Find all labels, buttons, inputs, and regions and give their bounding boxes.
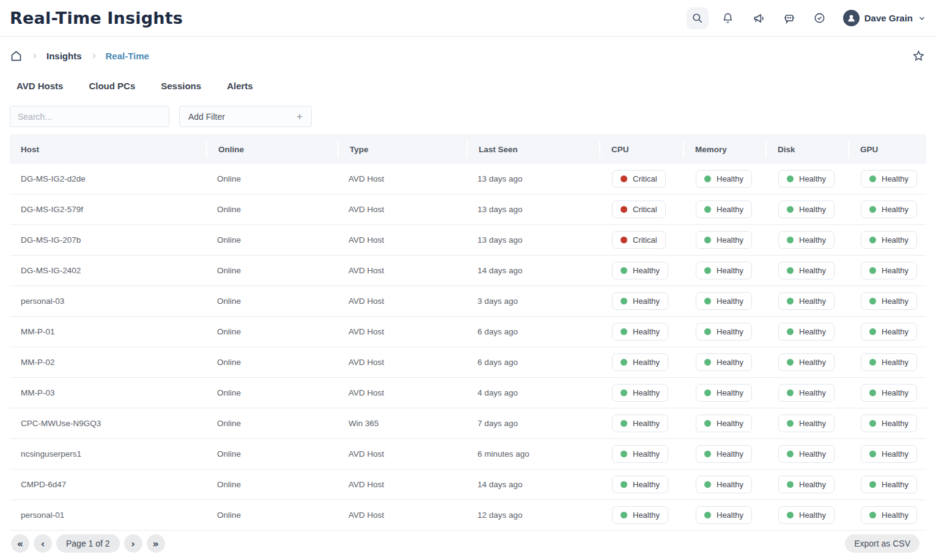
status-label: Healthy: [799, 358, 826, 367]
tab-avd-hosts[interactable]: AVD Hosts: [17, 81, 63, 91]
column-header-memory[interactable]: Memory: [683, 141, 765, 158]
status-badge: Healthy: [696, 414, 752, 432]
cell-disk: Healthy: [765, 231, 848, 249]
status-label: Healthy: [717, 266, 743, 275]
bell-icon[interactable]: [717, 7, 739, 29]
status-badge: Healthy: [861, 353, 917, 371]
toolbar: Add Filter +: [0, 106, 936, 127]
cell-disk: Healthy: [765, 353, 848, 371]
status-dot-icon: [787, 420, 794, 427]
check-circle-icon[interactable]: [809, 7, 831, 29]
status-badge: Healthy: [861, 384, 917, 402]
status-badge: Healthy: [778, 445, 835, 463]
cell-cpu: Healthy: [599, 323, 683, 341]
column-header-host[interactable]: Host: [10, 141, 206, 158]
table-row[interactable]: CMPD-6d47OnlineAVD Host14 days agoHealth…: [10, 470, 926, 500]
cell-online: Online: [206, 358, 337, 367]
megaphone-icon[interactable]: [748, 7, 770, 29]
table-row[interactable]: MM-P-02OnlineAVD Host6 days agoHealthyHe…: [10, 347, 926, 378]
table-row[interactable]: DG-MS-IG-207bOnlineAVD Host13 days agoCr…: [10, 225, 926, 256]
user-menu[interactable]: Dave Grain: [843, 10, 926, 26]
status-badge: Healthy: [612, 323, 668, 341]
cell-disk: Healthy: [765, 384, 848, 402]
cell-gpu: Healthy: [848, 476, 926, 493]
status-label: Healthy: [717, 419, 743, 428]
chat-bot-icon[interactable]: [778, 7, 800, 29]
cell-host: DG-MS-IG-2402: [10, 266, 206, 275]
cell-memory: Healthy: [683, 201, 765, 218]
status-label: Healthy: [717, 174, 743, 183]
cell-cpu: Critical: [599, 201, 683, 218]
cell-gpu: Healthy: [848, 262, 926, 279]
status-dot-icon: [704, 481, 711, 488]
favorite-star-icon[interactable]: [912, 50, 925, 62]
status-dot-icon: [787, 481, 794, 488]
cell-disk: Healthy: [765, 292, 848, 310]
tab-cloud-pcs[interactable]: Cloud PCs: [89, 81, 135, 91]
tab-sessions[interactable]: Sessions: [161, 81, 201, 91]
first-page-button[interactable]: «: [11, 534, 29, 553]
cell-memory: Healthy: [683, 323, 765, 341]
cell-gpu: Healthy: [848, 506, 926, 524]
prev-page-button[interactable]: ‹: [34, 534, 52, 553]
status-dot-icon: [704, 267, 711, 274]
cell-disk: Healthy: [765, 323, 848, 341]
status-label: Critical: [633, 174, 657, 183]
search-icon[interactable]: [687, 7, 709, 29]
cell-host: personal-01: [10, 510, 206, 520]
status-dot-icon: [787, 451, 794, 457]
home-icon[interactable]: [10, 50, 23, 62]
breadcrumb-real-time[interactable]: Real-Time: [106, 51, 149, 61]
cell-memory: Healthy: [683, 231, 765, 249]
status-label: Healthy: [882, 235, 908, 245]
column-header-cpu[interactable]: CPU: [599, 141, 683, 158]
export-csv-button[interactable]: Export as CSV: [845, 534, 919, 553]
status-badge: Healthy: [612, 353, 668, 371]
column-header-last-seen[interactable]: Last Seen: [466, 141, 599, 158]
next-page-button[interactable]: ›: [124, 534, 142, 553]
cell-disk: Healthy: [765, 414, 848, 432]
status-badge: Healthy: [778, 506, 835, 524]
status-badge: Healthy: [696, 353, 752, 371]
breadcrumb-insights[interactable]: Insights: [46, 51, 82, 61]
cell-type: AVD Host: [337, 235, 466, 245]
table-row[interactable]: DG-MS-IG-2402OnlineAVD Host14 days agoHe…: [10, 256, 926, 286]
cell-online: Online: [206, 419, 337, 428]
cell-cpu: Healthy: [599, 292, 683, 310]
table-row[interactable]: personal-01OnlineAVD Host12 days agoHeal…: [10, 500, 926, 531]
status-badge: Healthy: [612, 506, 668, 524]
cell-memory: Healthy: [683, 506, 765, 524]
table-row[interactable]: MM-P-03OnlineAVD Host4 days agoHealthyHe…: [10, 378, 926, 408]
table-row[interactable]: MM-P-01OnlineAVD Host6 days agoHealthyHe…: [10, 317, 926, 347]
table-body: DG-MS-IG2-d2deOnlineAVD Host13 days agoC…: [10, 164, 926, 531]
search-input[interactable]: [10, 106, 169, 127]
column-header-gpu[interactable]: GPU: [848, 141, 926, 158]
status-dot-icon: [704, 359, 711, 366]
status-label: Healthy: [882, 327, 908, 336]
table-row[interactable]: DG-MS-IG2-d2deOnlineAVD Host13 days agoC…: [10, 164, 926, 194]
table-row[interactable]: CPC-MWUse-N9GQ3OnlineWin 3657 days agoHe…: [10, 408, 926, 439]
cell-gpu: Healthy: [848, 414, 926, 432]
add-filter-button[interactable]: Add Filter +: [179, 106, 312, 127]
column-header-disk[interactable]: Disk: [765, 141, 848, 158]
column-header-online[interactable]: Online: [206, 141, 337, 158]
table-row[interactable]: ncsinguserpers1OnlineAVD Host6 minutes a…: [10, 439, 926, 470]
status-label: Healthy: [633, 480, 660, 489]
column-header-type[interactable]: Type: [337, 141, 466, 158]
table-row[interactable]: DG-MS-IG2-579fOnlineAVD Host13 days agoC…: [10, 194, 926, 225]
status-dot-icon: [621, 420, 627, 427]
status-badge: Healthy: [778, 170, 835, 188]
cell-memory: Healthy: [683, 292, 765, 310]
status-dot-icon: [621, 298, 627, 304]
status-badge: Critical: [612, 201, 666, 218]
status-dot-icon: [787, 267, 794, 274]
table-row[interactable]: personal-03OnlineAVD Host3 days agoHealt…: [10, 286, 926, 317]
cell-host: CMPD-6d47: [10, 480, 206, 489]
cell-last-seen: 14 days ago: [466, 266, 599, 275]
tab-alerts[interactable]: Alerts: [227, 81, 253, 91]
status-badge: Healthy: [696, 201, 752, 218]
top-bar: Real-Time Insights Dave Grain: [0, 0, 936, 37]
status-dot-icon: [787, 359, 794, 366]
status-badge: Critical: [612, 170, 666, 188]
last-page-button[interactable]: »: [147, 534, 165, 553]
